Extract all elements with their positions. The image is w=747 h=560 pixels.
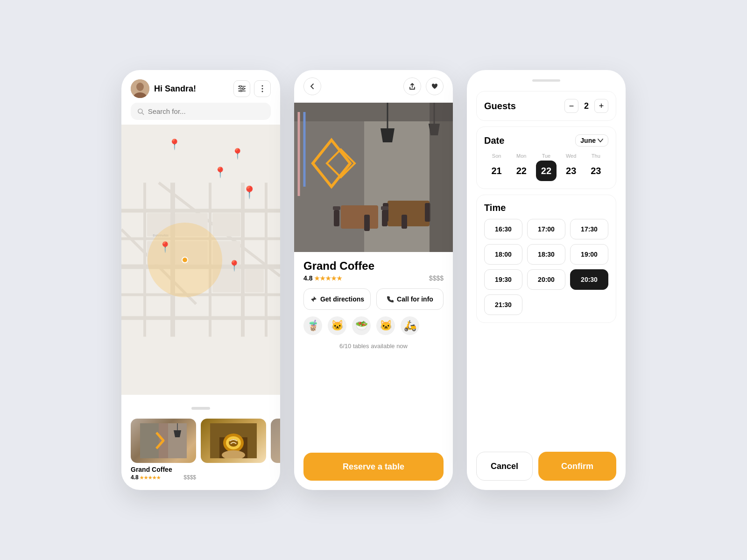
guests-label: Guests	[484, 101, 516, 112]
search-icon	[137, 108, 144, 115]
svg-rect-61	[388, 201, 430, 226]
svg-marker-71	[311, 296, 317, 302]
search-input[interactable]	[148, 107, 264, 115]
svg-point-8	[240, 90, 242, 92]
more-button[interactable]	[254, 80, 271, 97]
user-emoji-3: 🥗	[352, 316, 371, 335]
action-buttons: Get directions Call for info	[303, 288, 444, 310]
restaurant-cards: Grand Coffee 4.8 ★★★★★ $$$$	[121, 414, 280, 490]
day-mon[interactable]: Mon 22	[511, 153, 532, 181]
date-section: Date June Son 21 Mon 22 Tue 22 Wed	[476, 126, 616, 189]
svg-point-10	[262, 88, 263, 90]
time-slot-1930[interactable]: 19:30	[484, 269, 522, 290]
svg-rect-69	[381, 206, 388, 210]
guests-section: Guests − 2 +	[476, 91, 616, 121]
card-meta-1: 4.8 ★★★★★ $$$$	[131, 474, 196, 481]
svg-rect-38	[140, 423, 159, 458]
call-for-info-button[interactable]: Call for info	[376, 288, 444, 310]
time-slot-1800[interactable]: 18:00	[484, 244, 522, 265]
avatar	[131, 79, 149, 98]
svg-rect-62	[334, 210, 339, 226]
search-bar[interactable]	[131, 103, 271, 120]
cancel-button[interactable]: Cancel	[476, 452, 533, 481]
time-slot-2030-selected[interactable]: 20:30	[570, 269, 608, 290]
card-image-1	[131, 419, 196, 463]
phone-reservation-screen: Guests − 2 + Date June	[467, 70, 626, 490]
guests-minus-button[interactable]: −	[564, 99, 578, 113]
time-slot-1900[interactable]: 19:00	[570, 244, 608, 265]
time-slot-2130[interactable]: 21:30	[484, 294, 522, 315]
svg-rect-33	[245, 269, 264, 293]
svg-rect-36	[191, 407, 210, 410]
chevron-down-icon	[598, 139, 603, 142]
map-view: Bahnhofstr. 📍 📍 📍 📍 📍 📍	[121, 125, 280, 395]
svg-point-7	[242, 88, 244, 90]
month-selector[interactable]: June	[575, 134, 608, 147]
svg-point-9	[262, 85, 263, 87]
date-label: Date	[484, 135, 504, 146]
day-tue-selected[interactable]: Tue 22	[536, 153, 557, 181]
map-pin-selected[interactable]: 📍	[242, 185, 257, 200]
phone2-topbar	[294, 70, 453, 103]
map-pin-2[interactable]: 📍	[231, 148, 244, 160]
time-section: Time 16:30 17:00 17:30 18:00 18:30 19:00…	[476, 195, 616, 323]
time-slot-1700[interactable]: 17:00	[527, 219, 565, 239]
map-pin-4[interactable]: 📍	[159, 241, 171, 253]
svg-rect-70	[430, 103, 453, 252]
svg-rect-64	[383, 203, 388, 222]
svg-point-6	[240, 85, 241, 87]
restaurant-hero-image	[294, 103, 453, 252]
svg-rect-68	[333, 206, 340, 210]
map-pin-1[interactable]: 📍	[168, 139, 181, 151]
favorite-button[interactable]	[426, 77, 444, 95]
days-row: Son 21 Mon 22 Tue 22 Wed 23 Thu 23	[484, 153, 608, 181]
time-slot-1830[interactable]: 18:30	[527, 244, 565, 265]
restaurant-price: $$$$	[429, 274, 444, 282]
map-pin-3[interactable]: 📍	[214, 167, 226, 179]
time-slot-1730[interactable]: 17:30	[570, 219, 608, 239]
phone-detail-screen: Grand Coffee 4.8 ★★★★★ $$$$ Get directio…	[294, 70, 453, 490]
restaurant-card-2[interactable]	[201, 419, 266, 481]
svg-line-13	[142, 112, 144, 114]
get-directions-label: Get directions	[320, 295, 364, 303]
time-slot-2000[interactable]: 20:00	[527, 269, 565, 290]
svg-rect-60	[341, 205, 378, 229]
directions-icon	[310, 295, 317, 303]
reserve-table-button[interactable]: Reserve a table	[303, 453, 444, 481]
phone-icon	[387, 295, 394, 303]
scroll-indicator	[121, 401, 280, 412]
restaurant-rating: 4.8 ★★★★★	[303, 274, 342, 282]
day-sun[interactable]: Son 21	[486, 153, 507, 181]
call-for-info-label: Call for info	[397, 295, 433, 303]
card-price-1: $$$$	[183, 474, 196, 481]
restaurant-meta: 4.8 ★★★★★ $$$$	[303, 274, 444, 282]
share-button[interactable]	[403, 77, 421, 95]
card-rating-1: 4.8 ★★★★★	[131, 474, 161, 481]
back-button[interactable]	[303, 77, 321, 95]
month-label: June	[580, 137, 596, 144]
map-pin-5[interactable]: 📍	[228, 260, 240, 272]
get-directions-button[interactable]: Get directions	[303, 288, 371, 310]
day-wed[interactable]: Wed 23	[561, 153, 581, 181]
svg-point-11	[262, 91, 263, 92]
user-emoji-2: 🐱	[328, 316, 346, 335]
reservation-buttons: Cancel Confirm	[476, 452, 616, 481]
time-slot-1630[interactable]: 16:30	[484, 219, 522, 239]
date-header: Date June	[484, 134, 608, 147]
svg-rect-29	[212, 213, 240, 237]
reserve-table-label: Reserve a table	[343, 462, 404, 472]
restaurant-card-3[interactable]	[271, 419, 280, 481]
guests-counter: − 2 +	[564, 99, 608, 113]
filter-button[interactable]	[233, 80, 250, 97]
time-label: Time	[484, 203, 608, 213]
guests-plus-button[interactable]: +	[594, 99, 608, 113]
card-name-1: Grand Coffee	[131, 466, 196, 473]
restaurant-title: Grand Coffee	[303, 259, 444, 273]
confirm-button[interactable]: Confirm	[538, 452, 616, 481]
day-thu[interactable]: Thu 23	[585, 153, 606, 181]
svg-rect-67	[402, 215, 407, 229]
restaurant-card-1[interactable]: Grand Coffee 4.8 ★★★★★ $$$$	[131, 419, 196, 481]
svg-rect-66	[364, 215, 370, 231]
restaurant-detail-content: Grand Coffee 4.8 ★★★★★ $$$$ Get directio…	[294, 252, 453, 449]
guests-count: 2	[584, 101, 589, 111]
